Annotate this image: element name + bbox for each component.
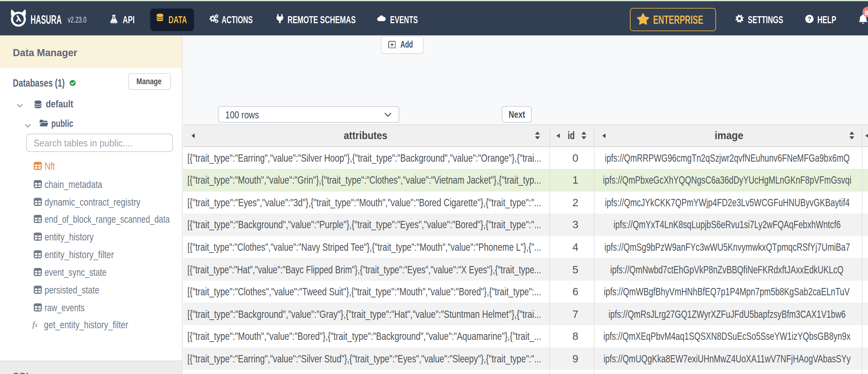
- svg-text:?: ?: [807, 15, 811, 22]
